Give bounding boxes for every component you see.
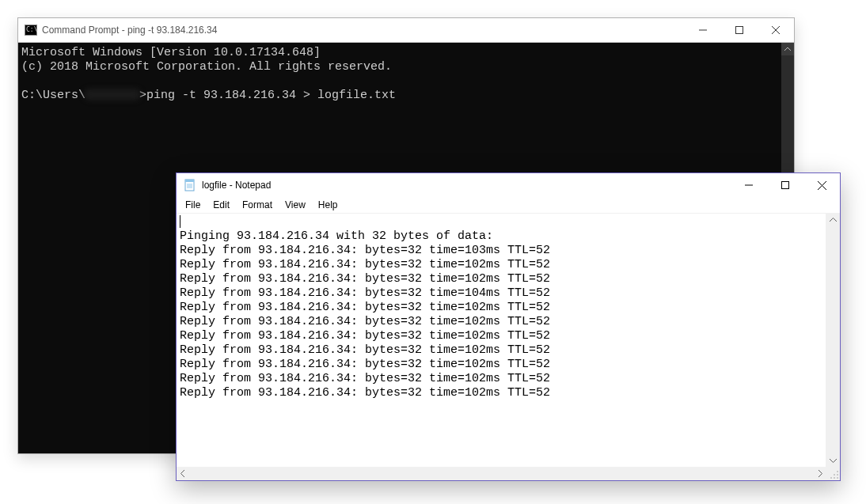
svg-point-14 [834,474,835,476]
scroll-up-icon[interactable] [781,43,794,55]
notepad-content: Pinging 93.184.216.34 with 32 bytes of d… [180,229,550,400]
svg-point-13 [837,471,838,472]
notepad-maximize-button[interactable] [767,173,803,197]
svg-point-17 [834,477,835,479]
text-cursor [180,215,180,228]
cmd-close-button[interactable] [758,18,794,42]
cmd-window-controls [685,18,794,42]
notepad-text-area[interactable]: Pinging 93.184.216.34 with 32 bytes of d… [177,214,826,467]
cmd-line: (c) 2018 Microsoft Corporation. All righ… [21,60,392,74]
scroll-left-icon[interactable] [177,467,190,480]
notepad-titlebar[interactable]: logfile - Notepad [177,173,840,197]
notepad-window: logfile - Notepad File Edit Format View … [176,172,841,481]
notepad-minimize-button[interactable] [731,173,767,197]
notepad-window-controls [731,173,840,197]
notepad-vertical-scrollbar[interactable] [826,214,840,467]
notepad-close-button[interactable] [803,173,840,197]
svg-point-18 [837,477,838,479]
cmd-prompt-command: >ping -t 93.184.216.34 > logfile.txt [139,89,396,102]
notepad-window-title: logfile - Notepad [202,180,731,191]
redacted-username [84,89,141,100]
scroll-right-icon[interactable] [813,467,826,480]
menu-view[interactable]: View [279,199,311,211]
cmd-window-title: Command Prompt - ping -t 93.184.216.34 [42,25,685,36]
svg-rect-5 [185,180,194,182]
cmd-minimize-button[interactable] [685,18,721,42]
notepad-menubar: File Edit Format View Help [177,197,840,213]
cmd-app-icon: C:\ [25,25,37,36]
cmd-titlebar[interactable]: C:\ Command Prompt - ping -t 93.184.216.… [18,18,794,43]
menu-edit[interactable]: Edit [207,199,235,211]
svg-point-15 [837,474,838,476]
notepad-client-area: Pinging 93.184.216.34 with 32 bytes of d… [177,213,840,480]
svg-point-16 [830,477,832,479]
scroll-up-icon[interactable] [826,214,840,227]
menu-format[interactable]: Format [237,199,278,211]
svg-rect-1 [736,27,743,34]
cmd-maximize-button[interactable] [721,18,758,42]
menu-help[interactable]: Help [313,199,344,211]
svg-rect-10 [782,182,789,189]
cmd-prompt-prefix: C:\Users\ [21,89,85,102]
scroll-down-icon[interactable] [826,453,840,467]
cmd-line: Microsoft Windows [Version 10.0.17134.64… [21,46,321,59]
notepad-horizontal-scrollbar[interactable] [177,467,826,480]
resize-grip-icon[interactable] [826,467,840,480]
menu-file[interactable]: File [180,199,206,211]
notepad-app-icon [184,179,196,191]
